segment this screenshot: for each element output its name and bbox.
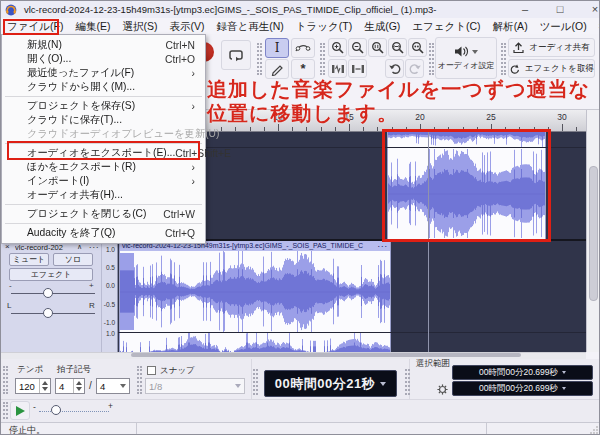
menu-item-recent-files[interactable]: 最近使ったファイル(F)› [2, 66, 205, 80]
pan-right-label: R [89, 301, 95, 310]
selection-settings-gear-icon[interactable] [437, 384, 448, 395]
snap-checkbox[interactable] [147, 366, 156, 375]
pan-slider-knob[interactable] [43, 308, 53, 318]
annotation-box-export-item [7, 141, 200, 160]
menu-item-open-from-cloud[interactable]: クラウドから開く(M)... [2, 80, 205, 94]
close-button[interactable]: × [581, 1, 600, 18]
play-at-speed-button[interactable] [10, 401, 30, 420]
maximize-button[interactable]: □ [546, 1, 574, 18]
menu-item-exit[interactable]: Audacity を終了(Q)Ctrl+Q [2, 226, 205, 240]
gain-slider-knob[interactable] [43, 288, 53, 298]
snap-value: 1/8 [149, 381, 162, 392]
menu-tracks[interactable]: トラック(T) [290, 18, 358, 34]
play-icon [14, 405, 26, 417]
minimize-button[interactable]: – [511, 1, 539, 18]
clip-menu-icon[interactable]: ... [377, 241, 388, 249]
track2-vertical-ruler: 1.0 0.5 0.0 -0.5 -1.0 1.0 [101, 241, 118, 352]
menu-edit[interactable]: 編集(E) [69, 18, 116, 34]
speed-slider-knob[interactable] [51, 405, 61, 415]
menu-analyze[interactable]: 解析(A) [487, 18, 534, 34]
selection-tool-button[interactable]: I [265, 38, 289, 58]
audio-setup-button[interactable]: オーディオ設定 [435, 37, 497, 79]
menu-effect[interactable]: エフェクト(C) [406, 18, 486, 34]
track2-effects-button[interactable]: エフェクト [9, 268, 93, 281]
snap-select[interactable]: 1/8 [145, 378, 245, 394]
audacity-window: vlc-record-2024-12-23-15h49m31s-[ytmp3.e… [0, 0, 600, 435]
menu-item-update-cloud-preview: クラウドオーディオプレビューを更新(U) [2, 127, 205, 141]
tempo-spinner[interactable] [39, 379, 50, 393]
snap-toolbar-grip[interactable] [137, 366, 142, 394]
zoom-in-icon [331, 41, 345, 55]
time-toolbar-grip[interactable] [253, 369, 258, 395]
time-signature-grip[interactable] [3, 366, 8, 394]
zoom-out-icon [351, 41, 365, 55]
timesig-upper-input[interactable]: 4 [55, 378, 85, 394]
selection-toolbar-grip[interactable] [405, 369, 410, 395]
track2-mute-button[interactable]: ミュート [9, 253, 49, 266]
resize-grip-icon[interactable] [590, 426, 598, 434]
menu-item-label: クラウドから開く(M)... [27, 80, 135, 94]
play-speed-grip[interactable] [3, 402, 8, 419]
menu-separator [5, 96, 202, 97]
speed-slider-track[interactable] [39, 411, 109, 412]
menu-item-label: オーディオ共有(H)... [27, 188, 123, 202]
share-audio-button[interactable]: オーディオ共有 [508, 38, 595, 57]
status-bar [1, 422, 600, 435]
loop-button[interactable] [221, 40, 251, 70]
menu-item-share-audio[interactable]: オーディオ共有(H)... [2, 188, 205, 202]
timesig-lower-select[interactable]: 4 [96, 378, 130, 394]
track2-channel2-waveform [120, 333, 390, 352]
menu-item-export-other[interactable]: ほかをエクスポート(R)› [2, 160, 205, 174]
menu-item-save-project[interactable]: プロジェクトを保存(S)› [2, 99, 205, 113]
ruler-number: 25 [486, 112, 495, 122]
menu-transport[interactable]: 録音と再生(N) [210, 18, 289, 34]
menu-separator [5, 223, 202, 224]
track2-audio-clip[interactable]: vlc-record-2024-12-23-15h49m31s-[ytmp3.e… [119, 241, 391, 352]
zoom-out-button[interactable] [348, 38, 367, 57]
tempo-input[interactable]: 120 [15, 378, 51, 394]
share-upload-icon [513, 42, 524, 54]
selection-end-field[interactable]: 00時間00分20.699秒 [452, 381, 593, 396]
zoom-toggle-button[interactable] [408, 38, 427, 57]
tempo-label: テンポ [17, 364, 43, 376]
vertical-scrollbar-thumb[interactable] [589, 166, 598, 301]
tools-toolbar-grip[interactable] [257, 43, 262, 75]
zoom-toggle-icon [411, 41, 425, 55]
menu-extra[interactable]: 拡張(R) [593, 18, 600, 34]
pan-slider-track[interactable] [11, 313, 95, 314]
menu-item-new[interactable]: 新規(N)Ctrl+N [2, 38, 205, 52]
track2-collapse-icon[interactable]: ∧ [77, 243, 82, 251]
track2-name[interactable]: vlc-record-202 [15, 243, 73, 252]
time-display[interactable]: 00時間00分21秒 [264, 370, 397, 397]
timesig-spinner[interactable] [73, 379, 84, 393]
zoom-fit-icon [391, 41, 405, 55]
ruler-tick [321, 127, 322, 131]
menu-view[interactable]: 表示(V) [163, 18, 210, 34]
envelope-tool-button[interactable] [291, 38, 315, 58]
horizontal-scrollbar-thumb[interactable] [131, 353, 521, 357]
zoom-fit-project-button[interactable] [388, 38, 407, 57]
menu-item-label: 開く(O)... [27, 52, 71, 66]
audio-setup-grip[interactable] [429, 43, 434, 75]
menu-select[interactable]: 選択(S) [116, 18, 163, 34]
track2-solo-button[interactable]: ソロ [53, 253, 93, 266]
menu-item-shortcut: Ctrl+N [166, 40, 195, 51]
menu-generate[interactable]: 生成(G) [358, 18, 406, 34]
zoom-selection-button[interactable] [368, 38, 387, 57]
edit-toolbar-grip[interactable] [320, 43, 325, 75]
share-toolbar-grip[interactable] [501, 43, 506, 75]
scale-label: -1.0 [104, 319, 115, 326]
menu-item-import[interactable]: インポート(I)› [2, 174, 205, 188]
gain-slider-track[interactable] [11, 293, 95, 294]
menu-item-close-project[interactable]: プロジェクトを閉じる(C)Ctrl+W [2, 207, 205, 221]
menu-tools[interactable]: ツール(O) [534, 18, 593, 34]
audacity-logo-icon [5, 4, 17, 16]
menu-item-save-to-cloud[interactable]: クラウドに保存(T)... [2, 113, 205, 127]
submenu-arrow-icon: › [192, 101, 195, 112]
zoom-selection-icon [371, 41, 385, 55]
loop-icon [227, 46, 245, 64]
zoom-in-button[interactable] [328, 38, 347, 57]
selection-start-field[interactable]: 00時間00分20.699秒 [452, 365, 593, 380]
menu-item-open[interactable]: 開く(O)...Ctrl+O [2, 52, 205, 66]
selection-label: 選択範囲 [416, 358, 450, 370]
